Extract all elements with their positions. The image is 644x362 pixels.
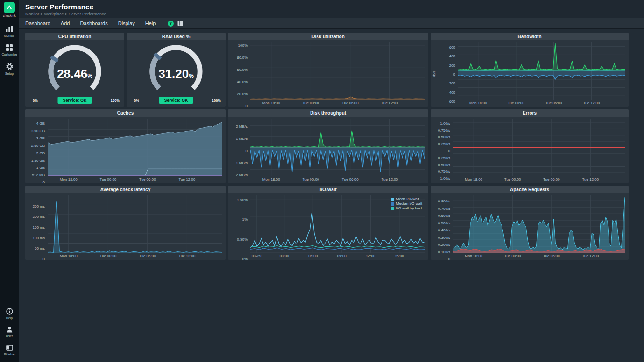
- plot-area[interactable]: [250, 42, 425, 100]
- ram-gauge[interactable]: 31.20% 0% 100% Service: OK: [127, 40, 226, 107]
- x-axis: Mon 18:00Tue 00:00Tue 06:00Tue 12:00: [250, 176, 425, 182]
- sidebar-item-label: Help: [6, 316, 13, 320]
- help-icon: [6, 308, 13, 315]
- main-content: Server Performance Monitor > Workplace >…: [19, 0, 644, 362]
- service-status-badge[interactable]: Service: OK: [159, 97, 193, 104]
- sidebar-bottom-group: Help User Sidebar: [0, 305, 19, 359]
- gauge-max-label: 100%: [212, 98, 221, 103]
- service-status-badge[interactable]: Service: OK: [57, 97, 92, 104]
- errors-chart[interactable]: 1.00/s0.750/s0.500/s0.250/s00.250/s0.500…: [431, 117, 629, 183]
- gauge-value: 28.46%: [25, 67, 124, 81]
- sidebar-item-label: Setup: [5, 72, 14, 75]
- disk-throughput-chart[interactable]: 2 MB/s1 MB/s01 MB/s2 MB/sMon 18:00Tue 00…: [228, 117, 428, 183]
- x-axis: 03-2903:0006:0009:0012:0015:00: [250, 253, 425, 259]
- y-axis: 1.50%1%0.50%0%: [229, 195, 250, 259]
- sidebar-item-user[interactable]: User: [0, 323, 19, 341]
- menu-item-display[interactable]: Display: [118, 21, 135, 26]
- sidebar-item-customize[interactable]: Customize: [0, 41, 19, 59]
- sidebar-item-setup[interactable]: Setup: [0, 59, 19, 78]
- user-icon: [6, 326, 13, 333]
- plot-area[interactable]: [458, 42, 625, 100]
- panel-errors: Errors 1.00/s0.750/s0.500/s0.250/s00.250…: [431, 109, 629, 183]
- breadcrumb: Monitor > Workplace > Server Performance: [25, 12, 644, 16]
- sidebar-item-label: Monitor: [4, 34, 14, 37]
- panel-title-bandwidth[interactable]: Bandwidth: [431, 33, 629, 40]
- y-axis: 100%80.0%60.0%40.0%20.0%0: [229, 42, 250, 106]
- y-axis: 2 MB/s1 MB/s01 MB/s2 MB/s: [229, 119, 250, 182]
- menubar: Dashboard Add Dashboards Display Help: [19, 18, 644, 29]
- sidebar-item-monitor[interactable]: Monitor: [0, 22, 19, 41]
- gauge-max-label: 100%: [111, 98, 120, 103]
- filter-green-icon[interactable]: [168, 21, 174, 27]
- panel-title-errors[interactable]: Errors: [431, 109, 629, 117]
- x-axis: Mon 18:00Tue 00:00Tue 06:00Tue 12:00: [453, 176, 625, 182]
- setup-icon: [6, 63, 14, 70]
- plot-area[interactable]: [453, 119, 625, 176]
- average-check-latency-chart[interactable]: 250 ms200 ms150 ms100 ms50 ms0Mon 18:00T…: [25, 193, 226, 260]
- panel-title-disk-throughput[interactable]: Disk throughput: [228, 109, 428, 117]
- y-axis: 250 ms200 ms150 ms100 ms50 ms0: [26, 195, 48, 259]
- sidebar-item-label: User: [6, 334, 13, 338]
- checkmk-logo-label: checkmk: [3, 14, 16, 17]
- panel-ram-used: RAM used % 31.20% 0% 100% Service: OK: [127, 33, 226, 107]
- gauge-value: 31.20%: [127, 67, 226, 81]
- sidebar-item-sidebar-toggle[interactable]: Sidebar: [0, 341, 19, 359]
- page-header: Server Performance Monitor > Workplace >…: [19, 0, 644, 18]
- x-axis: Mon 18:00Tue 00:00Tue 06:00Tue 12:00: [453, 253, 625, 259]
- dashboard-grid: CPU utilization 28.46% 0% 100% Service: …: [25, 33, 637, 260]
- panel-title-caches[interactable]: Caches: [25, 109, 226, 117]
- panel-title-ram[interactable]: RAM used %: [127, 33, 226, 40]
- x-axis: Mon 18:00Tue 00:00Tue 06:00Tue 12:00: [48, 176, 222, 182]
- caches-chart[interactable]: 4 GB3.50 GB3 GB2.50 GB2 GB1.50 GB1 GB512…: [25, 117, 226, 183]
- menu-item-dashboard[interactable]: Dashboard: [25, 21, 50, 26]
- x-axis: Mon 18:00Tue 00:00Tue 06:00Tue 12:00: [250, 100, 425, 106]
- panel-disk-throughput: Disk throughput 2 MB/s1 MB/s01 MB/s2 MB/…: [228, 109, 428, 183]
- cpu-gauge[interactable]: 28.46% 0% 100% Service: OK: [25, 40, 124, 107]
- menu-item-dashboards[interactable]: Dashboards: [80, 21, 107, 26]
- sidebar-item-label: Customize: [1, 53, 17, 56]
- plot-area[interactable]: [48, 195, 222, 253]
- dashboard: CPU utilization 28.46% 0% 100% Service: …: [19, 29, 644, 362]
- x-axis: Mon 18:00Tue 00:00Tue 06:00Tue 12:00: [48, 253, 222, 259]
- plot-area[interactable]: [48, 119, 222, 176]
- plot-area[interactable]: Mean I/O-waitMedian I/O-waitI/O-wait by …: [250, 195, 425, 253]
- panel-cpu-utilization: CPU utilization 28.46% 0% 100% Service: …: [25, 33, 124, 107]
- panel-average-check-latency: Average check latency 250 ms200 ms150 ms…: [25, 186, 226, 260]
- y-axis: 1.00/s0.750/s0.500/s0.250/s00.250/s0.500…: [432, 119, 453, 182]
- x-axis: Mon 18:00Tue 00:00Tue 06:00Tue 12:00: [458, 100, 625, 106]
- panel-caches: Caches 4 GB3.50 GB3 GB2.50 GB2 GB1.50 GB…: [25, 109, 226, 183]
- checkmk-logo[interactable]: checkmk: [3, 2, 16, 17]
- io-wait-chart[interactable]: 1.50%1%0.50%0%Mean I/O-waitMedian I/O-wa…: [228, 193, 428, 260]
- monitor-icon: [6, 25, 13, 33]
- plot-area[interactable]: [250, 119, 425, 176]
- y-axis: 4 GB3.50 GB3 GB2.50 GB2 GB1.50 GB1 GB512…: [26, 119, 48, 182]
- disk-utilization-chart[interactable]: 100%80.0%60.0%40.0%20.0%0Mon 18:00Tue 00…: [228, 40, 428, 107]
- main-sidebar: checkmk Monitor Customize Setup Help: [0, 0, 19, 362]
- bandwidth-chart[interactable]: kb/s6004002000200400600Mon 18:00Tue 00:0…: [431, 40, 629, 107]
- y-axis-label: kb/s: [432, 42, 437, 106]
- page-title: Server Performance: [25, 3, 644, 11]
- panel-title-disk-utilization[interactable]: Disk utilization: [228, 33, 428, 40]
- menu-item-help[interactable]: Help: [145, 21, 156, 26]
- panel-title-average-check-latency[interactable]: Average check latency: [25, 186, 226, 193]
- menu-item-add[interactable]: Add: [61, 21, 70, 26]
- panel-title-cpu[interactable]: CPU utilization: [25, 33, 124, 40]
- panel-apache-requests: Apache Requests 0.800/s0.700/s0.600/s0.5…: [431, 186, 629, 260]
- plot-area[interactable]: [453, 195, 625, 253]
- gauge-min-label: 0%: [33, 98, 38, 103]
- panel-io-wait: I/O-wait 1.50%1%0.50%0%Mean I/O-waitMedi…: [228, 186, 428, 260]
- sidebar-item-help[interactable]: Help: [0, 305, 19, 323]
- apache-requests-chart[interactable]: 0.800/s0.700/s0.600/s0.500/s0.400/s0.300…: [431, 193, 629, 260]
- panel-title-apache-requests[interactable]: Apache Requests: [431, 186, 629, 193]
- gauge-min-label: 0%: [134, 98, 139, 103]
- panel-bandwidth: Bandwidth kb/s6004002000200400600Mon 18:…: [431, 33, 629, 107]
- sidebar-toggle-icon: [6, 344, 13, 351]
- panel-title-io-wait[interactable]: I/O-wait: [228, 186, 428, 193]
- y-axis: 0.800/s0.700/s0.600/s0.500/s0.400/s0.300…: [432, 195, 453, 259]
- y-axis: 6004002000200400600: [437, 42, 458, 106]
- layout-icon[interactable]: [177, 21, 183, 26]
- chart-legend: Mean I/O-waitMedian I/O-waitI/O-wait by …: [391, 197, 422, 211]
- customize-icon: [6, 44, 13, 51]
- checkmk-logo-icon: [4, 2, 15, 13]
- panel-disk-utilization: Disk utilization 100%80.0%60.0%40.0%20.0…: [228, 33, 428, 107]
